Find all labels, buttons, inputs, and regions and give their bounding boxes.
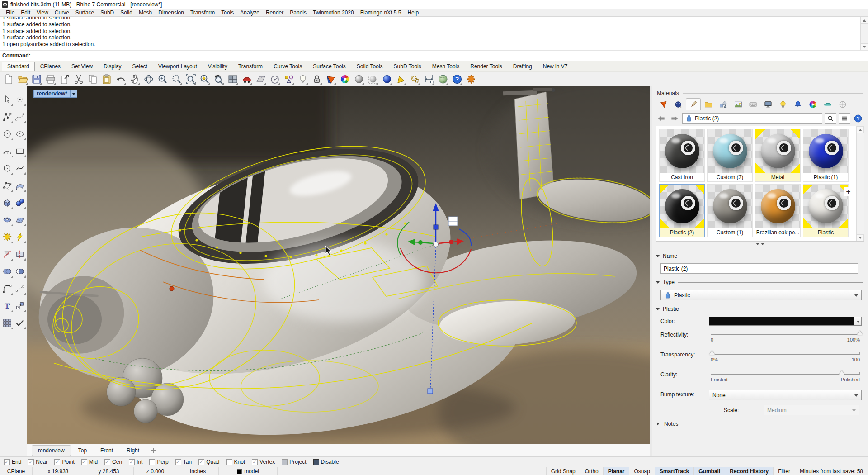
rotate-view-icon[interactable] (142, 73, 155, 86)
array-icon[interactable] (1, 314, 14, 332)
rendering-options-tab-icon[interactable] (745, 98, 760, 110)
command-scrollbar[interactable] (860, 17, 868, 50)
osnap-toggle[interactable]: Disable (313, 459, 339, 465)
toolbar-tab[interactable]: Drafting (508, 62, 538, 71)
toolbar-tab[interactable]: Set View (66, 62, 98, 71)
toolbar-tab[interactable]: Standard (2, 62, 35, 71)
maximize-button[interactable] (826, 0, 847, 9)
scroll-up-icon[interactable] (857, 126, 864, 133)
checkbox-icon[interactable] (282, 459, 288, 465)
loft-surface-icon[interactable] (14, 177, 26, 194)
zoom-window-icon[interactable] (184, 73, 197, 86)
status-segment[interactable]: CPlane (0, 467, 33, 475)
transparency-slider[interactable]: 0% 100 (711, 350, 860, 366)
lights-icon[interactable] (297, 73, 309, 86)
help-icon[interactable] (451, 73, 463, 86)
move-icon[interactable] (14, 297, 26, 314)
boolean-difference-icon[interactable] (14, 263, 26, 280)
boolean-flash-icon[interactable] (14, 228, 26, 246)
material-card[interactable]: Cast Iron (659, 129, 705, 182)
menu-item[interactable]: Edit (18, 10, 33, 16)
menu-item[interactable]: Flamingo nXt 5.5 (357, 10, 405, 16)
osnap-toggle[interactable]: End (4, 459, 21, 465)
selection-filter-icon[interactable] (283, 73, 295, 86)
menu-item[interactable]: SubD (97, 10, 117, 16)
toolbar-tab[interactable]: Viewport Layout (153, 62, 203, 71)
menu-item[interactable]: Analyze (237, 10, 263, 16)
sphere-icon[interactable] (14, 194, 26, 211)
status-segment[interactable]: Minutes from last save: 58 (795, 467, 868, 475)
material-type-select[interactable]: Plastic (660, 290, 862, 300)
osnap-toggle[interactable]: Int (129, 459, 142, 465)
osnap-toggle[interactable]: Near (28, 459, 47, 465)
libraries-panel-tab-icon[interactable] (701, 98, 716, 110)
surface-from-points-icon[interactable] (1, 177, 14, 194)
lock-icon[interactable] (311, 73, 323, 86)
osnap-toggle[interactable]: Project (282, 459, 306, 465)
clarity-slider[interactable]: Frosted Polished (711, 370, 860, 385)
section-header-name[interactable]: Name (656, 253, 863, 259)
bump-texture-select[interactable]: None (709, 390, 862, 400)
notification-cone-icon[interactable] (395, 73, 407, 86)
radius-tool-icon[interactable] (269, 73, 281, 86)
scroll-up-icon[interactable] (861, 17, 868, 24)
freeform-curve-icon[interactable] (14, 160, 26, 177)
status-segment[interactable]: SmartTrack (655, 467, 694, 475)
lights-panel-tab-icon[interactable] (775, 98, 790, 110)
add-viewport-tab-icon[interactable] (149, 446, 157, 455)
ellipse-icon[interactable] (14, 125, 26, 142)
polyline-icon[interactable] (1, 108, 14, 125)
toolbar-tab[interactable]: Transform (233, 62, 268, 71)
osnap-toggle[interactable]: Quad (198, 459, 219, 465)
explode-icon[interactable] (1, 228, 14, 246)
material-card[interactable]: Brazilian oak po... (755, 184, 801, 237)
box-icon[interactable] (1, 194, 14, 211)
minimize-button[interactable] (806, 0, 826, 9)
osnap-toggle[interactable]: Cen (104, 459, 122, 465)
toolbar-tab[interactable]: Surface Tools (307, 62, 351, 71)
back-arrow-icon[interactable] (656, 114, 667, 124)
color-dropdown-chevron-icon[interactable] (854, 317, 862, 326)
viewport-tab[interactable]: Top (72, 445, 93, 456)
toolbar-tab[interactable]: SubD Tools (388, 62, 427, 71)
environment-panel-tab-icon[interactable] (671, 98, 686, 110)
new-file-icon[interactable] (2, 73, 15, 86)
trim-icon[interactable] (1, 246, 14, 263)
arc-icon[interactable] (1, 142, 14, 160)
viewport-render-canvas[interactable] (27, 86, 650, 444)
pointer-select-icon[interactable] (1, 91, 14, 108)
status-segment[interactable]: Planar (604, 467, 630, 475)
color-wheel-icon[interactable] (339, 73, 351, 86)
osnap-toggle[interactable]: Tan (175, 459, 192, 465)
status-segment[interactable]: Filter (774, 467, 795, 475)
menu-item[interactable]: Curve (52, 10, 72, 16)
ghosted-viewport-icon[interactable] (367, 73, 379, 86)
material-card[interactable]: Plastic (803, 184, 849, 237)
polygon-icon[interactable] (1, 160, 14, 177)
ground-plane-panel-tab-icon[interactable] (820, 98, 835, 110)
viewport-tab[interactable]: Front (94, 445, 119, 456)
status-segment[interactable]: Ortho (580, 467, 604, 475)
zoom-selected-icon[interactable] (198, 73, 211, 86)
status-segment[interactable]: Grid Snap (547, 467, 580, 475)
toolbar-tab[interactable]: Display (98, 62, 127, 71)
menu-item[interactable]: Help (404, 10, 422, 16)
checkbox-icon[interactable] (226, 459, 232, 465)
shaded-viewport-icon[interactable] (353, 73, 365, 86)
objects-panel-tab-icon[interactable] (716, 98, 731, 110)
save-file-icon[interactable] (30, 73, 43, 86)
viewport-title[interactable]: renderview* (33, 90, 71, 98)
notifications-panel-tab-icon[interactable] (790, 98, 805, 110)
checkbox-icon[interactable] (104, 459, 110, 465)
menu-item[interactable]: Transform (187, 10, 218, 16)
status-segment[interactable] (278, 467, 547, 475)
material-card[interactable]: Custom (3) (707, 129, 753, 182)
fillet-icon[interactable] (1, 280, 14, 297)
displays-panel-tab-icon[interactable] (760, 98, 775, 110)
add-material-button[interactable]: + (844, 187, 853, 196)
materials-panel-tab-icon[interactable] (686, 98, 701, 110)
checkbox-icon[interactable] (81, 459, 87, 465)
checkbox-icon[interactable] (28, 459, 34, 465)
checkbox-icon[interactable] (4, 459, 10, 465)
material-name-input[interactable] (660, 263, 858, 274)
